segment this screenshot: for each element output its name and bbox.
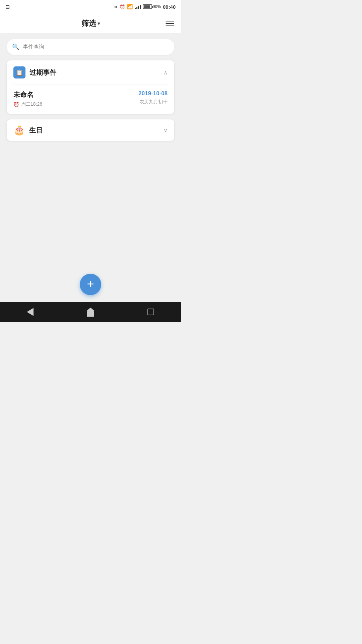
search-bar[interactable]: 🔍 xyxy=(7,39,174,55)
status-icons-right: ∗ ⏰ 📶 90% 09:40 xyxy=(114,4,176,10)
recent-apps-button[interactable] xyxy=(143,304,159,320)
home-icon xyxy=(86,308,95,317)
header-title-area[interactable]: 筛选 ▾ xyxy=(81,18,100,29)
search-input[interactable] xyxy=(23,44,169,50)
expired-events-header[interactable]: 📋 过期事件 ∧ xyxy=(7,60,174,85)
birthday-header-left: 🎂 生日 xyxy=(13,125,43,135)
notification-icon-area: ⊟ xyxy=(5,4,10,10)
birthday-section: 🎂 生日 ∨ xyxy=(7,119,174,141)
app-header: 筛选 ▾ xyxy=(0,13,181,34)
recent-icon xyxy=(147,309,154,315)
signal-bar-4 xyxy=(140,5,141,9)
menu-button[interactable] xyxy=(166,21,174,26)
home-body xyxy=(87,311,94,317)
document-icon: 📋 xyxy=(16,69,23,75)
back-icon xyxy=(27,308,34,316)
hamburger-line-1 xyxy=(166,21,174,21)
hamburger-line-3 xyxy=(166,25,174,26)
signal-bar-2 xyxy=(136,7,137,9)
birthday-section-title: 生日 xyxy=(29,126,43,135)
dropdown-icon: ▾ xyxy=(98,21,100,26)
message-icon: ⊟ xyxy=(5,4,10,10)
home-button[interactable] xyxy=(82,304,99,320)
status-bar: ⊟ ∗ ⏰ 📶 90% 09:40 xyxy=(0,0,181,13)
cake-icon: 🎂 xyxy=(13,125,25,135)
battery-box xyxy=(143,4,152,9)
signal-bars xyxy=(135,4,141,9)
clock-icon: ⏰ xyxy=(13,102,19,107)
event-item[interactable]: 未命名 ⏰ 周二18:26 2019-10-08 农历九月初十 xyxy=(7,85,174,114)
hamburger-icon xyxy=(166,21,174,26)
birthday-section-chevron: ∨ xyxy=(164,127,168,133)
search-icon: 🔍 xyxy=(12,43,19,51)
event-time-text: 周二18:26 xyxy=(21,101,42,107)
wifi-icon: 📶 xyxy=(127,4,133,9)
header-title-text: 筛选 xyxy=(81,18,96,29)
event-right: 2019-10-08 农历九月初十 xyxy=(138,90,168,105)
signal-bar-3 xyxy=(138,6,139,9)
alarm-icon: ⏰ xyxy=(120,4,125,9)
expired-events-title: 过期事件 xyxy=(29,68,56,77)
event-time-row: ⏰ 周二18:26 xyxy=(13,101,42,107)
event-left: 未命名 ⏰ 周二18:26 xyxy=(13,90,42,107)
plus-icon: + xyxy=(87,278,94,290)
event-date: 2019-10-08 xyxy=(138,90,168,97)
battery-percent: 90% xyxy=(153,4,161,9)
home-roof xyxy=(86,308,95,311)
add-event-fab[interactable]: + xyxy=(80,274,101,295)
event-name: 未命名 xyxy=(13,90,42,99)
back-button[interactable] xyxy=(22,304,38,320)
expired-events-chevron: ∧ xyxy=(164,69,168,76)
signal-bar-1 xyxy=(135,8,136,9)
status-time: 09:40 xyxy=(163,4,176,10)
main-content: 📋 过期事件 ∧ 未命名 ⏰ 周二18:26 2019-10-08 农历九月初十 xyxy=(0,60,181,141)
expired-events-section: 📋 过期事件 ∧ 未命名 ⏰ 周二18:26 2019-10-08 农历九月初十 xyxy=(7,60,174,114)
bluetooth-icon: ∗ xyxy=(114,4,118,9)
battery-indicator: 90% xyxy=(143,4,161,9)
nav-bar xyxy=(0,302,181,322)
battery-fill xyxy=(144,5,150,8)
section-header-left: 📋 过期事件 xyxy=(13,66,56,78)
search-container: 🔍 xyxy=(0,34,181,60)
birthday-section-header[interactable]: 🎂 生日 ∨ xyxy=(7,119,174,141)
event-lunar: 农历九月初十 xyxy=(139,99,168,105)
hamburger-line-2 xyxy=(166,23,174,24)
expired-events-icon: 📋 xyxy=(13,66,25,78)
